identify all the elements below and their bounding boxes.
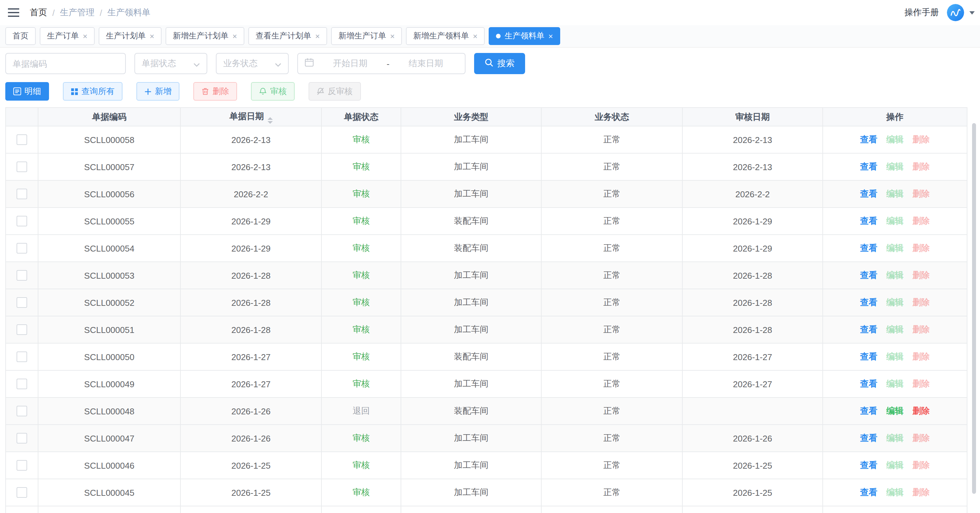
row-checkbox[interactable] — [17, 433, 27, 444]
tab-close-icon[interactable]: × — [232, 32, 237, 40]
delete-link[interactable]: 删除 — [912, 189, 930, 199]
row-checkbox[interactable] — [17, 270, 27, 281]
search-button[interactable]: 搜索 — [474, 53, 525, 74]
view-link[interactable]: 查看 — [860, 189, 877, 199]
tab[interactable]: 新增生产计划单 × — [165, 27, 244, 45]
view-link[interactable]: 查看 — [860, 406, 877, 416]
edit-link[interactable]: 编辑 — [886, 379, 904, 389]
row-checkbox[interactable] — [17, 162, 27, 172]
delete-link[interactable]: 删除 — [912, 270, 930, 280]
row-checkbox[interactable] — [17, 352, 27, 362]
doc-status-select[interactable]: 单据状态 — [134, 53, 207, 74]
view-link[interactable]: 查看 — [860, 243, 877, 253]
menu-toggle-icon[interactable] — [8, 8, 19, 17]
view-link[interactable]: 查看 — [860, 351, 877, 361]
query-all-button[interactable]: 查询所有 — [63, 82, 123, 101]
row-checkbox[interactable] — [17, 243, 27, 254]
view-link[interactable]: 查看 — [860, 487, 877, 497]
edit-link[interactable]: 编辑 — [886, 270, 904, 280]
row-checkbox[interactable] — [17, 406, 27, 417]
edit-link[interactable]: 编辑 — [886, 433, 904, 443]
cell-doc-status: 审核 — [321, 126, 401, 153]
delete-link[interactable]: 删除 — [912, 162, 930, 172]
doc-code-input[interactable] — [5, 53, 126, 74]
view-link[interactable]: 查看 — [860, 270, 877, 280]
cell-audit-date: 2026-1-29 — [682, 235, 823, 262]
view-link[interactable]: 查看 — [860, 379, 877, 389]
tab-close-icon[interactable]: × — [390, 32, 395, 40]
tab-close-icon[interactable]: × — [548, 32, 553, 40]
toolbar-button-label: 反审核 — [328, 86, 353, 97]
row-checkbox[interactable] — [17, 325, 27, 335]
view-link[interactable]: 查看 — [860, 216, 877, 226]
edit-link[interactable]: 编辑 — [886, 216, 904, 226]
view-link[interactable]: 查看 — [860, 297, 877, 307]
tab-close-icon[interactable]: × — [150, 32, 154, 40]
delete-link[interactable]: 删除 — [912, 351, 930, 361]
edit-link[interactable]: 编辑 — [886, 162, 904, 172]
tab[interactable]: 首页 — [5, 27, 36, 45]
avatar[interactable] — [947, 4, 964, 21]
row-checkbox[interactable] — [17, 488, 27, 498]
row-checkbox[interactable] — [17, 379, 27, 389]
add-button[interactable]: 新增 — [137, 82, 180, 101]
tab[interactable]: 生产订单 × — [40, 27, 95, 45]
tab[interactable]: 新增生产订单 × — [331, 27, 402, 45]
table-row: SCLL000058 2026-2-13 审核 加工车间 正常 2026-2-1… — [6, 126, 967, 153]
breadcrumb-section[interactable]: 生产管理 — [60, 6, 94, 19]
manual-link[interactable]: 操作手册 — [905, 6, 939, 19]
edit-link[interactable]: 编辑 — [886, 487, 904, 497]
column-header[interactable]: 单据日期 — [180, 108, 321, 126]
cell-doc-date: 2026-1-28 — [180, 262, 321, 289]
delete-link[interactable]: 删除 — [912, 379, 930, 389]
delete-link[interactable]: 删除 — [912, 134, 930, 144]
bell-icon — [259, 87, 267, 95]
view-link[interactable]: 查看 — [860, 460, 877, 470]
scrollbar-thumb[interactable] — [972, 123, 976, 494]
delete-link[interactable]: 删除 — [912, 460, 930, 470]
sort-icon[interactable] — [267, 117, 272, 124]
view-link[interactable]: 查看 — [860, 134, 877, 144]
checkbox-cell — [6, 479, 38, 506]
row-checkbox[interactable] — [17, 216, 27, 227]
view-link[interactable]: 查看 — [860, 162, 877, 172]
row-checkbox[interactable] — [17, 135, 27, 145]
edit-link[interactable]: 编辑 — [886, 351, 904, 361]
delete-link[interactable]: 删除 — [912, 433, 930, 443]
unaudit-button[interactable]: 反审核 — [309, 82, 361, 101]
row-checkbox[interactable] — [17, 189, 27, 200]
tab[interactable]: 生产领料单 × — [489, 27, 560, 45]
user-menu-caret-icon[interactable] — [969, 11, 975, 14]
date-range-picker[interactable]: 开始日期 - 结束日期 — [298, 53, 466, 74]
tab[interactable]: 新增生产领料单 × — [406, 27, 485, 45]
biz-status-select[interactable]: 业务状态 — [216, 53, 289, 74]
tab[interactable]: 查看生产计划单 × — [248, 27, 327, 45]
edit-link[interactable]: 编辑 — [886, 189, 904, 199]
edit-link[interactable]: 编辑 — [886, 134, 904, 144]
tab-close-icon[interactable]: × — [83, 32, 88, 40]
tab-close-icon[interactable]: × — [315, 32, 320, 40]
edit-link[interactable]: 编辑 — [886, 324, 904, 334]
delete-link[interactable]: 删除 — [912, 487, 930, 497]
delete-link[interactable]: 删除 — [912, 324, 930, 334]
cell-biz-status: 正常 — [541, 208, 682, 235]
view-link[interactable]: 查看 — [860, 433, 877, 443]
delete-link[interactable]: 删除 — [912, 297, 930, 307]
delete-link[interactable]: 删除 — [912, 243, 930, 253]
row-checkbox[interactable] — [17, 297, 27, 308]
tab-close-icon[interactable]: × — [473, 32, 477, 40]
breadcrumb-home[interactable]: 首页 — [30, 6, 47, 19]
edit-link[interactable]: 编辑 — [886, 243, 904, 253]
detail-button[interactable]: 明细 — [5, 82, 49, 101]
tab[interactable]: 生产计划单 × — [99, 27, 162, 45]
cell-audit-date: 2026-1-27 — [682, 343, 823, 370]
row-checkbox[interactable] — [17, 461, 27, 471]
edit-link[interactable]: 编辑 — [886, 406, 904, 416]
edit-link[interactable]: 编辑 — [886, 460, 904, 470]
delete-button[interactable]: 删除 — [193, 82, 237, 101]
delete-link[interactable]: 删除 — [912, 216, 930, 226]
audit-button[interactable]: 审核 — [251, 82, 295, 101]
delete-link[interactable]: 删除 — [912, 406, 930, 416]
view-link[interactable]: 查看 — [860, 324, 877, 334]
edit-link[interactable]: 编辑 — [886, 297, 904, 307]
